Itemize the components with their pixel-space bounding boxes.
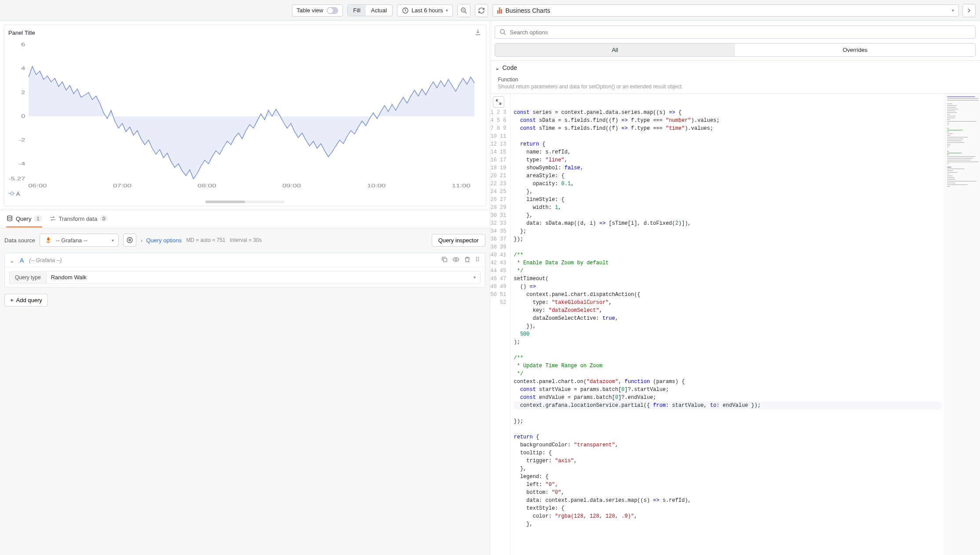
time-range-label: Last 6 hours (412, 7, 443, 14)
query-type-value: Random Walk (51, 274, 87, 281)
svg-text:-2: -2 (18, 137, 25, 142)
legend-label: A (16, 191, 20, 197)
code-body[interactable]: const series = context.panel.data.series… (510, 94, 945, 555)
tab-transform-badge: 0 (100, 215, 108, 222)
viz-name-label: Business Charts (506, 7, 550, 14)
chevron-right-icon (965, 7, 973, 14)
options-collapse-button[interactable] (962, 4, 976, 17)
refresh-button[interactable] (475, 4, 488, 17)
svg-point-15 (7, 215, 12, 217)
line-gutter: 1 2 3 4 5 6 7 8 9 10 11 12 13 14 15 16 1… (490, 94, 510, 555)
panel-title: Panel Title (8, 29, 35, 36)
download-icon[interactable] (474, 29, 481, 37)
table-view-label: Table view (297, 7, 324, 14)
svg-text:09:00: 09:00 (282, 183, 301, 188)
tab-transform[interactable]: Transform data 0 (49, 211, 108, 227)
tab-all[interactable]: All (495, 44, 735, 56)
chevron-down-icon: ▾ (112, 238, 114, 243)
table-view-toggle[interactable]: Table view (292, 4, 343, 17)
duplicate-query-icon[interactable] (441, 256, 448, 264)
interval-label: Interval = 30s (230, 237, 262, 243)
refresh-icon (478, 7, 485, 14)
add-query-button[interactable]: + Add query (4, 294, 48, 307)
svg-text:08:00: 08:00 (198, 183, 216, 188)
chevron-down-icon: ⌄ (495, 64, 500, 71)
svg-text:-5.27: -5.27 (8, 176, 25, 182)
query-inspector-button[interactable]: Query inspector (432, 234, 485, 247)
tab-query[interactable]: Query 1 (6, 211, 42, 227)
svg-text:10:00: 10:00 (367, 183, 386, 188)
code-section-header[interactable]: ⌄ Code (490, 60, 980, 75)
query-type-select[interactable]: Random Walk ▾ (46, 271, 481, 284)
function-hint: Should return parameters and data for se… (490, 84, 980, 93)
horizontal-scrollbar[interactable] (205, 201, 284, 203)
bar-chart-icon (497, 7, 502, 14)
svg-rect-18 (443, 258, 447, 262)
toggle-visibility-icon[interactable] (452, 256, 459, 264)
query-type-label: Query type (9, 271, 46, 284)
datasource-label: Data source (4, 237, 35, 244)
left-pane: Panel Title 6420-2-4-5.2706:0007:0008:00… (0, 21, 490, 555)
database-icon (6, 215, 13, 222)
expand-icon (495, 99, 502, 106)
code-editor[interactable]: 1 2 3 4 5 6 7 8 9 10 11 12 13 14 15 16 1… (490, 93, 980, 555)
tab-overrides[interactable]: Overrides (735, 44, 975, 56)
actual-button[interactable]: Actual (366, 5, 392, 16)
search-field[interactable] (510, 29, 971, 36)
max-datapoints-label: MD = auto = 751 (186, 237, 225, 243)
tab-query-badge: 1 (34, 215, 42, 222)
fill-button[interactable]: Fill (348, 5, 366, 16)
query-editor-a: ⌄ A (-- Grafana --) ⠿ Query type (4, 253, 485, 288)
svg-point-17 (129, 239, 131, 241)
svg-text:06:00: 06:00 (28, 183, 47, 188)
panel-preview: Panel Title 6420-2-4-5.2706:0007:0008:00… (4, 25, 486, 206)
time-range-picker[interactable]: Last 6 hours ▾ (397, 4, 453, 17)
legend-marker-icon (8, 193, 15, 195)
chevron-right-icon (141, 237, 144, 244)
chart-canvas[interactable]: 6420-2-4-5.2706:0007:0008:0009:0010:0011… (8, 42, 481, 190)
topbar: Table view Fill Actual Last 6 hours ▾ (0, 0, 980, 21)
datasource-select[interactable]: -- Grafana -- ▾ (40, 234, 119, 247)
tab-query-label: Query (16, 215, 31, 222)
drag-handle-icon[interactable]: ⠿ (475, 256, 481, 264)
svg-text:11:00: 11:00 (452, 183, 470, 188)
transform-icon (49, 215, 56, 222)
query-ref-id[interactable]: A (20, 257, 24, 264)
svg-point-20 (500, 29, 504, 33)
svg-text:4: 4 (21, 66, 25, 71)
datasource-settings-button[interactable] (123, 234, 136, 247)
svg-text:6: 6 (21, 42, 25, 47)
visualization-picker[interactable]: Business Charts ▾ (492, 4, 959, 17)
zoom-out-button[interactable] (457, 4, 470, 17)
switch-icon (327, 7, 338, 14)
query-ds-hint: (-- Grafana --) (29, 257, 62, 263)
chart-legend: A (4, 190, 486, 201)
search-icon (499, 29, 506, 36)
zoom-out-icon (460, 7, 467, 14)
svg-text:-4: -4 (18, 161, 25, 166)
query-options-toggle[interactable]: Query options (141, 237, 182, 244)
chevron-down-icon: ▾ (446, 8, 448, 13)
datasource-value: -- Grafana -- (56, 237, 87, 244)
settings-icon (126, 237, 133, 244)
grafana-logo-icon (44, 236, 52, 244)
minimap[interactable] (945, 94, 980, 555)
fill-actual-toggle: Fill Actual (347, 4, 393, 16)
svg-point-19 (455, 259, 457, 260)
options-tab-group: All Overrides (495, 43, 976, 57)
query-tabs: Query 1 Transform data 0 (0, 210, 490, 228)
svg-text:0: 0 (21, 113, 25, 119)
tab-transform-label: Transform data (59, 215, 98, 222)
options-pane: All Overrides ⌄ Code Function Should ret… (490, 21, 980, 555)
delete-query-icon[interactable] (464, 256, 471, 264)
chevron-down-icon: ▾ (952, 8, 954, 13)
collapse-icon[interactable]: ⌄ (9, 257, 15, 264)
clock-icon (402, 7, 409, 14)
search-options-input[interactable] (495, 26, 976, 39)
plus-icon: + (10, 297, 14, 303)
svg-text:07:00: 07:00 (113, 183, 131, 188)
svg-point-16 (127, 237, 132, 243)
function-label: Function (490, 75, 980, 84)
expand-editor-button[interactable] (493, 96, 504, 108)
chevron-down-icon: ▾ (474, 275, 476, 280)
